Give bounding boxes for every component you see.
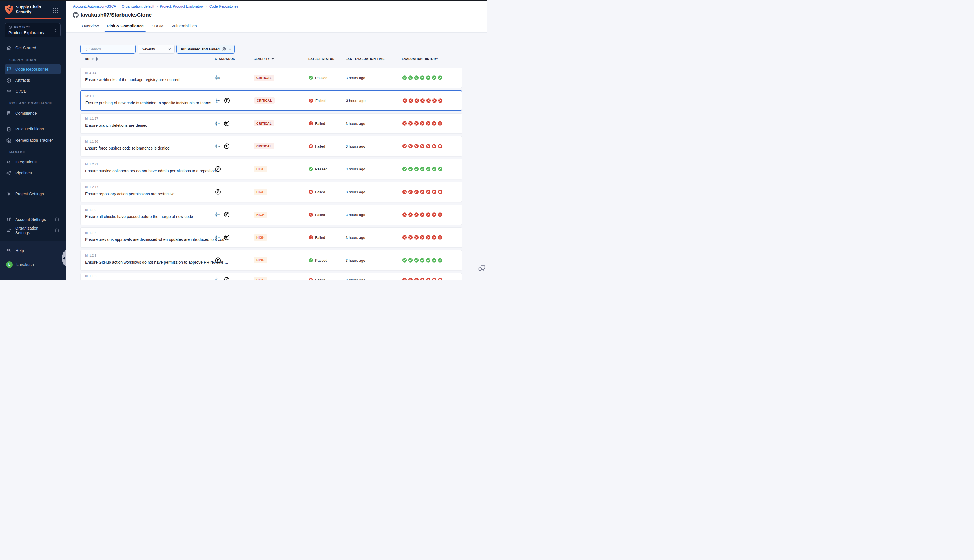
owasp-standard-icon: [224, 98, 230, 104]
sort-desc-icon[interactable]: [272, 58, 274, 60]
last-evaluation-time-cell: 3 hours ago: [346, 167, 365, 171]
sidebar-item-help[interactable]: ? Help: [5, 246, 61, 255]
sidebar-item-get-started[interactable]: Get Started: [5, 43, 61, 53]
chevron-down-icon: [168, 47, 172, 51]
owasp-standard-icon: [215, 189, 221, 195]
tab-overview[interactable]: Overview: [81, 24, 99, 32]
severity-badge: HIGH: [254, 166, 267, 172]
brand-accent-divider: [5, 18, 61, 19]
table-row[interactable]: Id: 1.2.17 Ensure repository action perm…: [80, 182, 462, 202]
sidebar-item-organization-settings[interactable]: Organization Settings: [5, 226, 61, 235]
owasp-standard-icon: [215, 257, 221, 263]
failed-x-icon: [402, 235, 407, 240]
tab-risk-and-compliance[interactable]: Risk & Compliance: [106, 24, 144, 32]
cis-standard-icon: CIS: [215, 235, 221, 240]
tab-sbom[interactable]: SBOM: [151, 24, 164, 32]
rule-id: Id: 4.3.4: [85, 71, 180, 75]
evaluation-history-cell: [402, 235, 442, 240]
severity-filter-dropdown[interactable]: Severity: [138, 45, 175, 53]
breadcrumb: Account: Automation-SSCA› Organization: …: [73, 5, 238, 8]
breadcrumb-account[interactable]: Account: Automation-SSCA: [73, 5, 116, 8]
table-row[interactable]: Id: 1.1.17 Ensure branch deletions are d…: [80, 113, 462, 133]
failed-x-icon: [438, 278, 442, 280]
failed-x-icon: [438, 190, 442, 194]
cis-standard-icon: CIS: [215, 277, 221, 280]
last-evaluation-time-cell: 3 hours ago: [346, 98, 365, 103]
passed-check-icon: [438, 75, 442, 80]
sidebar-item-label: Project Settings: [15, 192, 44, 196]
latest-status-cell: Failed: [309, 278, 325, 280]
sidebar-item-artifacts[interactable]: Artifacts: [5, 75, 61, 85]
passed-check-icon: [309, 167, 313, 171]
sidebar-item-project-settings[interactable]: Project Settings: [5, 189, 61, 198]
sidebar-item-code-repositories[interactable]: Code Repositories: [5, 64, 61, 74]
passed-check-icon: [402, 75, 407, 80]
column-header-standards: STANDARDS: [215, 57, 235, 60]
latest-status-cell: Failed: [309, 235, 325, 240]
column-header-rule[interactable]: RULE: [85, 57, 98, 61]
table-row[interactable]: Id: 4.3.4 Ensure webhooks of the package…: [80, 68, 462, 88]
tab-vulnerabilities[interactable]: Vulnerabilities: [171, 24, 197, 32]
cis-standard-icon: CIS: [215, 75, 221, 81]
feedback-chat-icon[interactable]: [477, 264, 486, 272]
rule-id: Id: 1.1.17: [85, 117, 147, 120]
search-input[interactable]: [89, 47, 132, 51]
app-switcher-grid-icon[interactable]: [53, 8, 58, 13]
breadcrumb-project[interactable]: Project: Product Exploratory: [160, 5, 204, 8]
failed-x-icon: [414, 212, 419, 217]
table-row[interactable]: Id: 1.2.9 Ensure GitHub action workflows…: [80, 250, 462, 270]
breadcrumb-organization[interactable]: Organization: default: [122, 5, 154, 8]
failed-x-icon: [426, 98, 431, 103]
last-evaluation-time-cell: 3 hours ago: [346, 144, 365, 148]
sidebar-item-compliance[interactable]: Compliance: [5, 108, 61, 118]
table-row[interactable]: Id: 1.1.16 Ensure force pushes code to b…: [80, 136, 462, 156]
svg-text:?: ?: [8, 249, 9, 251]
cis-standard-icon: CIS: [215, 120, 221, 127]
table-row[interactable]: Id: 1.1.15 Ensure pushing of new code is…: [80, 90, 462, 111]
evaluation-history-cell: [402, 98, 443, 103]
sidebar-item-cicd[interactable]: CI/CD: [5, 87, 61, 96]
failed-x-icon: [402, 144, 407, 149]
project-selector[interactable]: PROJECT Product Exploratory: [5, 23, 61, 37]
table-row[interactable]: Id: 1.1.9 Ensure all checks have passed …: [80, 205, 462, 225]
sidebar-item-rule-definitions[interactable]: Rule Definitions: [5, 124, 61, 134]
status-filter-dropdown[interactable]: All: Passed and Failed: [177, 45, 235, 53]
table-row[interactable]: Id: 1.2.21 Ensure outside collaborators …: [80, 159, 462, 179]
standards-cell: [215, 257, 221, 263]
table-row[interactable]: Id: 1.1.4 Ensure previous approvals are …: [80, 227, 462, 248]
rule-name: Ensure webhooks of the package registry …: [85, 77, 180, 82]
rule-id: Id: 1.2.17: [85, 185, 175, 189]
severity-badge: HIGH: [254, 212, 267, 218]
clear-filter-icon[interactable]: [222, 47, 226, 52]
severity-badge: HIGH: [254, 189, 267, 195]
info-icon[interactable]: [55, 228, 59, 233]
failed-x-icon: [402, 98, 407, 103]
rule-id: Id: 1.2.21: [85, 163, 217, 166]
integrations-icon: [6, 160, 12, 165]
passed-check-icon: [402, 167, 407, 172]
owasp-standard-icon: [224, 212, 230, 218]
rule-cell: Id: 1.1.16 Ensure force pushes code to b…: [85, 140, 170, 150]
failed-x-icon: [420, 121, 425, 126]
failed-x-icon: [438, 235, 442, 240]
sidebar-item-remediation-tracker[interactable]: Remediation Tracker: [5, 135, 61, 145]
failed-x-icon: [409, 98, 413, 103]
severity-badge: CRITICAL: [254, 75, 274, 81]
rule-id: Id: 1.1.4: [85, 231, 228, 234]
table-row[interactable]: Id: 1.1.5 CIS HIGH Failed 3 hours ago: [80, 273, 462, 280]
passed-check-icon: [402, 258, 407, 263]
sidebar-item-integrations[interactable]: Integrations: [5, 157, 61, 167]
info-icon[interactable]: [55, 217, 59, 222]
failed-x-icon: [432, 212, 437, 217]
failed-x-icon: [426, 212, 430, 217]
rule-cell: Id: 4.3.4 Ensure webhooks of the package…: [85, 71, 180, 82]
breadcrumb-page[interactable]: Code Repositories: [209, 5, 238, 8]
status-label: Failed: [315, 278, 325, 280]
sidebar-item-account-settings[interactable]: Account Settings: [5, 215, 61, 224]
column-header-severity[interactable]: SEVERITY: [254, 57, 274, 60]
sort-both-icon[interactable]: [95, 57, 98, 61]
sidebar-user[interactable]: L Lavakush: [5, 260, 61, 269]
sidebar-item-pipelines[interactable]: Pipelines: [5, 168, 61, 178]
artifact-box-icon: [6, 78, 12, 83]
breadcrumb-separator: ›: [118, 5, 120, 8]
